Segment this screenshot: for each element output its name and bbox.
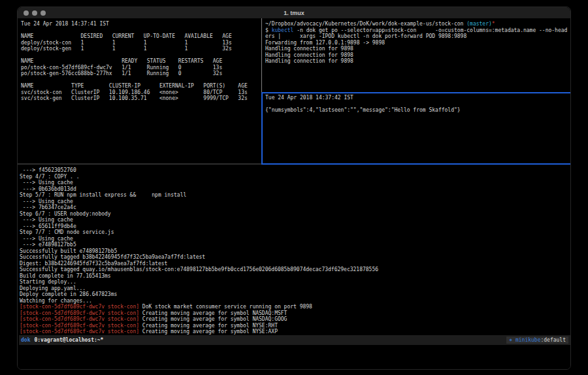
terminal-window: 1. tmux Tue 24 Apr 2018 14:37:41 IST NAM… (17, 7, 571, 370)
window-list-item[interactable]: 0:vagrant@localhost:~* (34, 337, 103, 343)
kubectl-watch-output: Tue 24 Apr 2018 14:37:41 IST NAME DESIRE… (19, 20, 261, 102)
kube-context-name: minikube (515, 337, 541, 343)
pane-kubectl-watch[interactable]: Tue 24 Apr 2018 14:37:41 IST NAME DESIRE… (19, 20, 261, 163)
tmux-terminal: Tue 24 Apr 2018 14:37:41 IST NAME DESIRE… (18, 18, 570, 369)
tmux-status-bar: dok 0:vagrant@localhost:~* ⎈ minikube:de… (19, 335, 570, 345)
pane-skaffold-build-log[interactable]: ---> f45623052760 Step 4/7 : COPY . . --… (19, 165, 570, 334)
helm-wheel-icon: ⎈ (509, 337, 515, 343)
pane-divider-vertical[interactable] (261, 18, 262, 92)
port-forward-output: ~/Dropbox/advocacy/Kubernetes/DoK/work/d… (264, 20, 570, 65)
skaffold-build-log-output: ---> f45623052760 Step 4/7 : COPY . . --… (19, 165, 570, 334)
minimize-button-icon[interactable] (32, 10, 37, 16)
screenshot-background: 1. tmux Tue 24 Apr 2018 14:37:41 IST NAM… (0, 0, 588, 375)
pane-service-response[interactable]: Tue 24 Apr 2018 14:37:42 IST {"numsymbol… (264, 93, 570, 163)
service-response-output: Tue 24 Apr 2018 14:37:42 IST {"numsymbol… (264, 93, 570, 114)
session-name[interactable]: dok (21, 337, 30, 343)
pane-port-forward[interactable]: ~/Dropbox/advocacy/Kubernetes/DoK/work/d… (264, 20, 570, 91)
active-pane-border-bottom[interactable] (261, 163, 570, 165)
traffic-light-buttons (18, 10, 46, 16)
pane-divider-horizontal[interactable] (18, 163, 261, 165)
close-button-icon[interactable] (24, 10, 29, 16)
active-pane-border-left[interactable] (261, 92, 263, 165)
kube-namespace: :default (540, 337, 566, 343)
window-title: 1. tmux (18, 10, 570, 16)
window-titlebar: 1. tmux (18, 7, 570, 18)
zoom-button-icon[interactable] (41, 10, 46, 16)
kube-context-indicator: ⎈ minikube:default (506, 336, 568, 344)
